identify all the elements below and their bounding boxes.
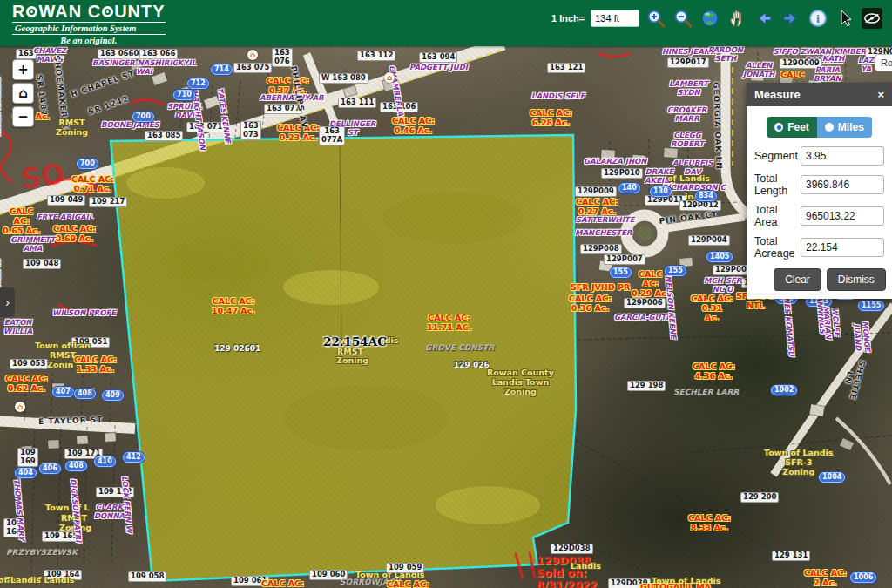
forward-arrow-icon[interactable]: [780, 8, 801, 29]
map-label-calc: CALC AC: 0.71 Ac.: [71, 174, 114, 193]
road-chip[interactable]: Roa: [875, 54, 892, 71]
map-label-shl: 408: [74, 389, 96, 399]
map-zoom-out-button[interactable]: −: [12, 106, 34, 127]
clock-icon: [102, 6, 113, 17]
map-label-id: 109 058: [128, 571, 166, 582]
map-label-house: ⌂: [384, 72, 395, 83]
map-label-calc: CALC AC: 0.37 Ac.: [267, 76, 309, 95]
select-pointer-icon[interactable]: [835, 8, 855, 29]
map-label-own: PARIA BRYAN: [814, 65, 841, 83]
map-label-id: 129D039: [608, 578, 651, 588]
map-label-calc: CALC AC: 0.36 Ac.: [569, 294, 612, 313]
map-label-own: ABERNATHY AR: [260, 93, 324, 102]
total-length-value-input[interactable]: [801, 175, 884, 194]
map-label-own: ALFUBFIS DAV: [672, 159, 713, 176]
svg-text:i: i: [816, 12, 820, 25]
map-label-own: CORPORATION: [0, 75, 2, 135]
map-label-house: ⌂: [247, 50, 258, 60]
segment-label: Segment: [754, 150, 798, 162]
map-label-shl: 1002: [771, 385, 797, 395]
map-label-shl: 406: [39, 463, 61, 474]
map-zoom-in-button[interactable]: +: [12, 59, 34, 80]
close-icon[interactable]: ×: [877, 89, 884, 100]
map-label-zone: Zoning: [336, 355, 368, 365]
map-label-zone: Zonin: [47, 360, 73, 369]
map-label-own: PARDON SETH: [708, 45, 743, 63]
measure-panel: Measure × Feet Miles Segment Total Lengt…: [747, 83, 892, 299]
map-label-own: DELLINGER ST: [329, 119, 375, 137]
map-label-zone: RMST: [61, 513, 87, 523]
map-label-own: EATON WILLIA: [3, 318, 32, 335]
map-label-st: E TAYLOR ST: [38, 415, 103, 426]
total-acreage-value-input[interactable]: [801, 238, 884, 257]
miles-radio-icon: [825, 123, 834, 132]
map-label-id: 129D038: [551, 544, 593, 554]
map-label-id: 109 060: [309, 570, 348, 580]
map-label-id: 109 051: [71, 337, 110, 348]
map-label-zone: Town of Landis SFR-3 Zoning: [764, 448, 834, 476]
map-label-id: 109 059: [386, 563, 424, 573]
unit-toggle: Feet Miles: [754, 117, 884, 138]
measure-panel-header[interactable]: Measure ×: [747, 83, 892, 106]
map-label-zone: Town of Lan: [35, 341, 91, 350]
map-label-id: 163 06603: [98, 49, 146, 59]
map-label-id: 109 049: [47, 195, 85, 206]
map-label-own: MANCHESTER: [575, 228, 632, 237]
map-label-shl: 700: [77, 159, 98, 169]
map-label-calc: CALC AC: 0.27 Ac.: [576, 197, 618, 216]
rowan-county-logo: RWAN CUNTY Geographic Information System…: [12, 3, 166, 45]
map-label-id: W 163 080: [319, 73, 368, 84]
map-label-calc: CALC AC:: [387, 579, 429, 588]
dismiss-button[interactable]: Dismiss: [827, 268, 886, 291]
map-label-own: GLORIA: [0, 257, 2, 288]
map-label-st: SR 1487: [35, 74, 49, 117]
pan-hand-icon[interactable]: [726, 8, 747, 29]
map-label-calc: CALC AC: 0.65 Ac.: [3, 206, 40, 235]
map-label-own: HINES JEANN: [662, 47, 716, 56]
map-label-own: BASINGER NASHIRICKYIL WAI: [92, 58, 196, 76]
map-home-button[interactable]: ⌂: [12, 83, 34, 104]
zoom-in-icon[interactable]: [645, 8, 666, 29]
map-label-id: 109 171: [64, 449, 103, 459]
measure-panel-body: Feet Miles Segment Total Length Total Ar…: [747, 106, 892, 299]
segment-value-input[interactable]: [801, 146, 884, 166]
map-label-st: SR 1242: [87, 94, 130, 116]
map-label-wid: 129 02601: [214, 344, 260, 353]
map-label-own: NELSON KEENE: [664, 275, 678, 339]
visibility-tool-icon[interactable]: [862, 8, 882, 29]
zoom-out-icon[interactable]: [672, 8, 693, 29]
map-label-shl: 412: [123, 452, 145, 463]
map-label-id: 109 166: [3, 518, 24, 537]
map-label-zone: Town of L: [45, 503, 90, 512]
map-label-own: YATES KENNE: [216, 87, 233, 144]
map-label-own: CLEGG ROBERT: [671, 131, 704, 148]
map-label-zone: Town of Landis: [5, 575, 75, 585]
map-label-own: LANDIS SELF: [531, 91, 585, 100]
unit-feet-button[interactable]: Feet: [767, 117, 817, 138]
map-label-id: 163 121: [547, 63, 585, 73]
map-label-calc: CALC AC: 10.47 Ac.: [212, 296, 255, 315]
map-label-id: 129P006: [624, 298, 666, 308]
map-label-id: 163 076: [272, 48, 293, 67]
map-label-id: 163 071: [186, 122, 225, 132]
map-label-id: 109 169: [17, 448, 38, 467]
map-label-zone: Zoning: [59, 523, 91, 532]
map-label-own: WILSON PROFE: [52, 308, 116, 317]
total-area-value-input[interactable]: [801, 206, 884, 226]
map-label-st: GEORGIA OAK LN: [712, 82, 724, 170]
map-label-zone: Town of Landis: [329, 335, 399, 345]
map-label-shl: 409: [102, 390, 124, 401]
identify-info-icon[interactable]: i: [808, 8, 828, 29]
scale-input[interactable]: [591, 10, 639, 27]
segment-row: Segment: [754, 146, 884, 166]
back-arrow-icon[interactable]: [753, 8, 774, 29]
sidebar-expand-tab[interactable]: ›: [0, 287, 15, 317]
map-label-id: 129P008: [580, 244, 622, 254]
map-label-shl: 714: [211, 64, 233, 75]
full-extent-globe-icon[interactable]: [699, 8, 720, 29]
map-label-own: CLARK DONNA: [94, 503, 125, 520]
map-label-id: 163 085: [145, 131, 183, 141]
draw-line-icon[interactable]: [889, 8, 892, 29]
unit-miles-button[interactable]: Miles: [817, 117, 872, 138]
clear-button[interactable]: Clear: [774, 268, 821, 291]
